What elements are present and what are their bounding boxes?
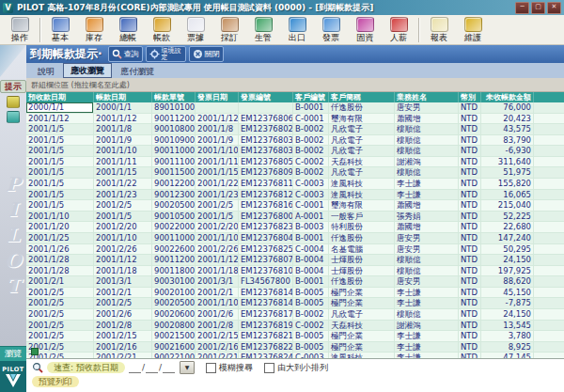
cell[interactable]: 李士謙 (395, 179, 459, 190)
cell[interactable]: 李士謙 (395, 190, 459, 201)
checkbox-box[interactable] (206, 363, 216, 373)
cell[interactable]: B-0001 (293, 276, 329, 288)
cell[interactable]: 3,780 (481, 331, 534, 342)
cell[interactable]: 謝湘鴻 (395, 321, 459, 332)
cell[interactable]: 2001/1/11 (94, 157, 152, 168)
cell[interactable]: 天磊科技 (329, 321, 395, 332)
cell[interactable]: NTD (459, 135, 481, 147)
sort-desc-checkbox[interactable]: 由大到小排列 (264, 362, 328, 374)
cell[interactable]: 900118001 (152, 266, 196, 277)
cell[interactable]: 2001/1/28 (26, 255, 94, 266)
cell[interactable]: 900205001 (152, 200, 196, 212)
cell[interactable]: 24,150 (481, 255, 534, 266)
cell[interactable]: 900109001 (152, 135, 196, 147)
group-by-bar[interactable]: 群組欄位區 (拖拉欄名至此處) (26, 78, 564, 92)
cell[interactable]: B-0005 (293, 288, 329, 299)
cell[interactable]: 李士謙 (395, 298, 459, 309)
cell[interactable]: 2001/1/18 (94, 266, 152, 277)
cell[interactable]: 2001/1/10 (94, 233, 152, 244)
toolbar-item-accounts[interactable]: 帳款 (145, 17, 179, 42)
cell[interactable]: 2001/1/10 (196, 233, 239, 244)
doc-icon[interactable] (7, 96, 20, 108)
toolbar-item-reports[interactable]: 報表 (422, 17, 456, 42)
checkbox-box[interactable] (264, 363, 274, 373)
cell[interactable]: 43,575 (481, 124, 534, 135)
cell[interactable]: NTD (459, 255, 481, 266)
cell[interactable]: 仟逸股份 (329, 102, 395, 114)
cell[interactable]: 900115001 (152, 167, 196, 179)
cell[interactable]: 2001/2/21 (196, 353, 239, 358)
cell[interactable]: B-0004 (293, 255, 329, 266)
cell[interactable]: NTD (459, 321, 481, 332)
cell[interactable]: 2001/2/5 (94, 200, 152, 212)
cell[interactable]: 900201001 (152, 288, 196, 299)
table-row[interactable]: 2001/2/52001/2/19002010012001/2/1EM12376… (26, 288, 564, 299)
cell[interactable]: 2001/1/8 (94, 124, 152, 135)
cell[interactable]: 900111001 (152, 157, 196, 168)
cell[interactable]: 900110002 (152, 146, 196, 157)
table-row[interactable]: 2001/2/12001/3/19003010012001/3/1FL34567… (26, 276, 564, 288)
cell[interactable] (196, 102, 239, 114)
tab-應收瀏覽[interactable]: 應收瀏覽 (63, 63, 112, 78)
cell[interactable]: EM12376804 (239, 233, 293, 244)
table-row[interactable]: 2001/1/52001/1/159001150012001/1/15EM123… (26, 167, 564, 179)
cell[interactable]: 2001/2/6 (94, 309, 152, 321)
cell[interactable]: NTD (459, 146, 481, 157)
cell[interactable]: 特利股份 (329, 222, 395, 233)
cell[interactable]: 2001/1/5 (26, 200, 94, 212)
cell[interactable]: B-0005 (293, 342, 329, 353)
cell[interactable]: 天磊科技 (329, 157, 395, 168)
toolbar-item-invoice[interactable]: 發票 (314, 17, 348, 42)
cell[interactable]: 樓順億 (395, 135, 459, 147)
cell[interactable]: 900110001 (152, 233, 196, 244)
cell[interactable]: 達風科技 (329, 353, 395, 358)
cell[interactable]: 197,925 (481, 266, 534, 277)
cell[interactable]: 2001/1/5 (94, 212, 152, 223)
cell[interactable]: 2001/1/5 (26, 124, 94, 135)
cell[interactable]: 2001/2/21 (94, 353, 152, 358)
cell[interactable]: 24,150 (481, 309, 534, 321)
toolbar-item-basic[interactable]: 基本 (43, 17, 77, 42)
cell[interactable]: 2001/2/26 (196, 244, 239, 256)
cell[interactable]: NTD (459, 179, 481, 190)
cell[interactable]: 蕭國增 (395, 200, 459, 212)
sidebar-tab-browse[interactable]: 瀏覽 (0, 346, 26, 361)
cell[interactable]: 900112001 (152, 114, 196, 125)
cell[interactable]: 2001/3/1 (94, 276, 152, 288)
cell[interactable]: 2001/1/5 (26, 167, 94, 179)
cell[interactable]: 仟逸股份 (329, 276, 395, 288)
cell[interactable]: EM12376824 (239, 353, 293, 358)
cell[interactable]: B-0002 (293, 309, 329, 321)
cell[interactable]: 凡欣電子 (329, 309, 395, 321)
cell[interactable]: FL34567800 (239, 276, 293, 288)
cell[interactable]: 83,790 (481, 135, 534, 147)
toolbar-item-production[interactable]: 生管 (246, 17, 280, 42)
cell[interactable]: 2001/1/5 (26, 179, 94, 190)
fuzzy-search-checkbox[interactable]: 模糊搜尋 (206, 362, 253, 374)
column-header-8[interactable]: 業務姓名 (395, 92, 459, 102)
maximize-button[interactable]: ▢ (531, 2, 545, 14)
cell[interactable]: NTD (459, 276, 481, 288)
close-page-button[interactable]: 關閉 (189, 46, 224, 62)
cell[interactable]: 900112002 (152, 255, 196, 266)
cell[interactable]: NTD (459, 298, 481, 309)
cell[interactable]: 2001/1/5 (26, 190, 94, 201)
cell[interactable]: 2001/1/22 (196, 179, 239, 190)
cell[interactable]: 2001/1/12 (26, 114, 94, 125)
table-row[interactable]: 2001/2/52001/2/59002050022001/1/10EM1237… (26, 298, 564, 309)
toolbar-item-ledger[interactable]: 總帳 (111, 17, 145, 42)
table-row[interactable]: 2001/1/52001/1/239001230012001/1/23EM123… (26, 190, 564, 201)
cell[interactable]: 900216001 (152, 342, 196, 353)
date-dropdown-button[interactable]: ▼ (180, 361, 195, 374)
cell[interactable]: 900108002 (152, 124, 196, 135)
cell[interactable]: 達風科技 (329, 179, 395, 190)
cell[interactable]: 900226001 (152, 244, 196, 256)
table-row[interactable]: 2001/1/122001/1/129001120012001/1/12EM12… (26, 114, 564, 125)
cell[interactable]: 76,000 (481, 102, 534, 114)
cell[interactable]: NTD (459, 190, 481, 201)
table-row[interactable]: 2001/1/52001/1/109001100022001/1/10EM123… (26, 146, 564, 157)
table-row[interactable]: 2001/1/52001/2/59002050012001/2/5EM12376… (26, 200, 564, 212)
column-header-5[interactable]: 發票編號 (239, 92, 293, 102)
cell[interactable]: C-0001 (293, 200, 329, 212)
cell[interactable]: 仟逸股份 (329, 233, 395, 244)
